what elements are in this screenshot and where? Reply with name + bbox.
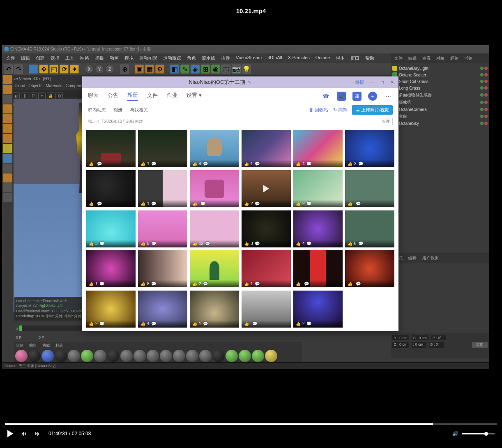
vtool-8[interactable] [3, 144, 12, 153]
like-icon[interactable]: 👍 [296, 201, 301, 206]
thumbnail-20[interactable]: 👍8 💬 [138, 250, 187, 287]
vis-dot[interactable] [480, 108, 484, 111]
thumbnail-22[interactable]: 👍1 💬 [242, 250, 291, 287]
render-dot[interactable] [484, 67, 488, 70]
mat-ball[interactable] [252, 350, 264, 362]
comment-icon[interactable]: 💬 [205, 241, 210, 246]
volume-button[interactable]: 🔊 [452, 431, 458, 436]
recycle-link[interactable]: 🗑 回收站 [309, 107, 328, 113]
vis-dot[interactable] [480, 122, 484, 125]
like-icon[interactable]: 👍 [192, 321, 197, 326]
thumbnail-6[interactable]: 👍3 💬 [345, 130, 394, 167]
comment-icon[interactable]: 💬 [203, 282, 208, 286]
pen-button[interactable]: ✎ [180, 65, 189, 74]
vtool-5[interactable] [3, 114, 12, 123]
mat-ball[interactable] [107, 350, 120, 362]
mat-ball[interactable] [41, 350, 54, 362]
move-button[interactable]: ✥ [39, 65, 48, 74]
video-progress-track[interactable] [5, 423, 497, 425]
like-icon[interactable]: 👍 [348, 162, 352, 166]
thumbnail-14[interactable]: 👍5 💬 [138, 210, 187, 247]
like-icon[interactable]: 👍 [244, 201, 249, 206]
like-icon[interactable]: 👍 [348, 241, 352, 246]
mat-ball[interactable] [212, 350, 225, 362]
menu-运动跟踪[interactable]: 运动跟踪 [161, 54, 184, 62]
like-icon[interactable]: 👍 [140, 162, 145, 166]
omtab-文件[interactable]: 文件 [392, 55, 405, 62]
menu-帮助[interactable]: 帮助 [363, 54, 377, 62]
thumbnail-11[interactable]: 👍2 💬 [293, 170, 343, 207]
phone-icon[interactable]: ☎ [321, 92, 330, 101]
comment-icon[interactable]: 💬 [255, 282, 260, 286]
axis-z-button[interactable]: Z [105, 65, 114, 74]
subtab-album[interactable]: 相册 [113, 107, 122, 113]
like-icon[interactable]: 👍 [89, 162, 94, 166]
comment-icon[interactable]: 💬 [200, 201, 205, 206]
comment-icon[interactable]: 💬 [306, 321, 311, 326]
class-icon[interactable]: 课 [352, 92, 362, 101]
render-dot[interactable] [484, 80, 488, 83]
comment-icon[interactable]: 💬 [306, 162, 311, 166]
omtab-标签[interactable]: 标签 [448, 55, 461, 62]
lvmenu-Materials[interactable]: Materials [46, 83, 62, 89]
thumbnail-9[interactable]: 👍 💬 [190, 170, 239, 207]
comment-icon[interactable]: 💬 [99, 241, 104, 246]
live-select-button[interactable] [29, 65, 38, 74]
redo-button[interactable]: ↷ [14, 65, 23, 74]
mat-ball[interactable] [15, 350, 28, 362]
cam-button[interactable]: 📷 [232, 65, 241, 74]
mattab-材质[interactable]: 材质 [55, 343, 63, 348]
attrtab-用户数据[interactable]: 用户数据 [420, 254, 441, 262]
coord-z[interactable]: Z : 0 cm [392, 342, 409, 348]
array-button[interactable]: ⊞ [201, 65, 210, 74]
menu-3DtoAll[interactable]: 3DtoAll [265, 54, 284, 62]
thumbnail-28[interactable]: 👍 💬 [242, 291, 291, 328]
attrtab-编辑[interactable]: 编辑 [406, 254, 419, 262]
nurbs-button[interactable]: ◈ [191, 65, 200, 74]
like-icon[interactable]: 👍 [244, 282, 249, 286]
vtool-6[interactable] [3, 124, 12, 133]
mat-ball[interactable] [120, 350, 133, 362]
like-icon[interactable]: 👍 [296, 282, 301, 286]
coord-sz[interactable]: : 0 cm [412, 342, 426, 348]
axis-y-button[interactable]: Y [95, 65, 104, 74]
mattab-编辑[interactable]: 编辑 [29, 343, 37, 348]
edit-icon[interactable]: ✎ [248, 80, 251, 85]
comment-icon[interactable]: 💬 [358, 241, 363, 246]
omtab-对象[interactable]: 对象 [434, 55, 447, 62]
mat-ball[interactable] [186, 350, 198, 362]
menu-工具[interactable]: 工具 [63, 54, 77, 62]
tab-chat[interactable]: 聊天 [88, 92, 99, 101]
like-icon[interactable]: 👍 [89, 282, 94, 286]
obj-OctaneSky[interactable]: OctaneSky [392, 120, 488, 127]
rotate-button[interactable]: ⟳ [60, 65, 69, 74]
thumbnail-21[interactable]: 👍2 💬 [190, 250, 239, 287]
undo-button[interactable]: ↶ [4, 65, 13, 74]
menu-窗口[interactable]: 窗口 [348, 54, 362, 62]
mat-ball[interactable] [147, 350, 159, 362]
like-icon[interactable]: 👍 [89, 321, 94, 326]
menu-创建[interactable]: 创建 [33, 54, 47, 62]
like-icon[interactable]: 👍 [296, 241, 301, 246]
menu-模拟[interactable]: 模拟 [122, 54, 136, 62]
mat-ball[interactable] [199, 350, 212, 362]
manage-button[interactable]: 管理 [379, 118, 393, 125]
report-link[interactable]: 举报 [355, 79, 364, 85]
add-button[interactable]: ＋ [368, 92, 377, 101]
mat-ball[interactable] [173, 350, 185, 362]
coord-apply-button[interactable]: 应用 [472, 342, 488, 348]
like-icon[interactable]: 👍 [89, 201, 94, 206]
menu-角色[interactable]: 角色 [184, 54, 198, 62]
menu-运动图形[interactable]: 运动图形 [137, 54, 160, 62]
omtab-书签[interactable]: 书签 [462, 55, 475, 62]
deform-button[interactable]: ◉ [211, 65, 220, 74]
menu-网格[interactable]: 网格 [78, 54, 92, 62]
vis-dot[interactable] [480, 101, 484, 104]
comment-icon[interactable]: 💬 [252, 321, 257, 326]
mat-ball[interactable] [94, 350, 106, 362]
comment-icon[interactable]: 💬 [97, 201, 102, 206]
comment-icon[interactable]: 💬 [358, 162, 363, 166]
like-icon[interactable]: 👍 [89, 241, 94, 246]
thumbnail-3[interactable]: 👍4 💬 [190, 130, 239, 167]
comment-icon[interactable]: 💬 [97, 162, 102, 166]
